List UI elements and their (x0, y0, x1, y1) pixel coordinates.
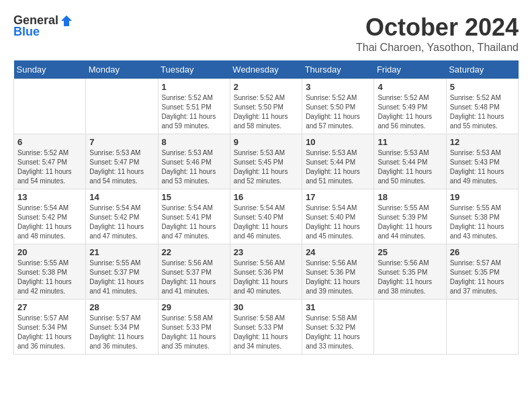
logo: General Blue (13, 13, 73, 39)
calendar-cell (446, 300, 518, 355)
day-number: 5 (450, 82, 515, 92)
calendar-cell: 31Sunrise: 5:58 AMSunset: 5:32 PMDayligh… (302, 300, 374, 355)
day-info: Sunrise: 5:55 AMSunset: 5:37 PMDaylight:… (89, 259, 154, 296)
day-info: Sunrise: 5:52 AMSunset: 5:50 PMDaylight:… (234, 93, 298, 131)
header-cell: Monday (86, 60, 158, 79)
day-number: 2 (234, 82, 298, 92)
day-number: 10 (306, 137, 370, 147)
calendar-cell: 28Sunrise: 5:57 AMSunset: 5:34 PMDayligh… (86, 300, 158, 355)
header-cell: Tuesday (158, 60, 230, 79)
day-info: Sunrise: 5:52 AMSunset: 5:51 PMDaylight:… (162, 93, 226, 131)
calendar-cell: 9Sunrise: 5:53 AMSunset: 5:45 PMDaylight… (230, 134, 302, 189)
day-number: 29 (162, 302, 226, 312)
day-info: Sunrise: 5:58 AMSunset: 5:32 PMDaylight:… (306, 314, 370, 351)
svg-marker-0 (61, 15, 72, 26)
calendar-cell: 5Sunrise: 5:52 AMSunset: 5:48 PMDaylight… (446, 79, 518, 134)
calendar-week-row: 6Sunrise: 5:52 AMSunset: 5:47 PMDaylight… (14, 134, 519, 189)
calendar-cell: 4Sunrise: 5:52 AMSunset: 5:49 PMDaylight… (374, 79, 446, 134)
calendar-cell: 19Sunrise: 5:55 AMSunset: 5:38 PMDayligh… (446, 189, 518, 244)
location-subtitle: Thai Charoen, Yasothon, Thailand (356, 42, 519, 54)
day-number: 4 (378, 82, 442, 92)
day-number: 22 (162, 247, 226, 257)
day-number: 26 (450, 247, 515, 257)
day-info: Sunrise: 5:54 AMSunset: 5:42 PMDaylight:… (17, 203, 82, 241)
day-info: Sunrise: 5:54 AMSunset: 5:41 PMDaylight:… (162, 203, 226, 241)
calendar-cell: 15Sunrise: 5:54 AMSunset: 5:41 PMDayligh… (158, 189, 230, 244)
calendar-cell: 10Sunrise: 5:53 AMSunset: 5:44 PMDayligh… (302, 134, 374, 189)
day-number: 3 (306, 82, 370, 92)
calendar-cell: 23Sunrise: 5:56 AMSunset: 5:36 PMDayligh… (230, 244, 302, 300)
calendar-cell: 26Sunrise: 5:57 AMSunset: 5:35 PMDayligh… (446, 244, 518, 300)
day-number: 1 (162, 82, 226, 92)
calendar-cell: 30Sunrise: 5:58 AMSunset: 5:33 PMDayligh… (230, 300, 302, 355)
calendar-cell (14, 79, 86, 134)
calendar-cell: 1Sunrise: 5:52 AMSunset: 5:51 PMDaylight… (158, 79, 230, 134)
day-info: Sunrise: 5:57 AMSunset: 5:34 PMDaylight:… (17, 314, 82, 351)
calendar-cell: 21Sunrise: 5:55 AMSunset: 5:37 PMDayligh… (86, 244, 158, 300)
day-info: Sunrise: 5:53 AMSunset: 5:44 PMDaylight:… (378, 148, 442, 186)
day-info: Sunrise: 5:54 AMSunset: 5:40 PMDaylight:… (234, 203, 298, 241)
calendar-cell: 12Sunrise: 5:53 AMSunset: 5:43 PMDayligh… (446, 134, 518, 189)
day-number: 7 (89, 137, 154, 147)
day-number: 21 (89, 247, 154, 257)
day-info: Sunrise: 5:56 AMSunset: 5:37 PMDaylight:… (162, 259, 226, 296)
calendar-cell (374, 300, 446, 355)
header-cell: Friday (374, 60, 446, 79)
day-info: Sunrise: 5:52 AMSunset: 5:50 PMDaylight:… (306, 93, 370, 131)
day-info: Sunrise: 5:58 AMSunset: 5:33 PMDaylight:… (162, 314, 226, 351)
day-number: 30 (234, 302, 298, 312)
day-number: 15 (162, 192, 226, 202)
title-section: October 2024 Thai Charoen, Yasothon, Tha… (356, 13, 519, 54)
calendar-cell: 17Sunrise: 5:54 AMSunset: 5:40 PMDayligh… (302, 189, 374, 244)
calendar-cell: 11Sunrise: 5:53 AMSunset: 5:44 PMDayligh… (374, 134, 446, 189)
calendar-cell: 2Sunrise: 5:52 AMSunset: 5:50 PMDaylight… (230, 79, 302, 134)
logo-icon (60, 14, 73, 28)
day-number: 19 (450, 192, 515, 202)
page-header: General Blue October 2024 Thai Charoen, … (13, 13, 519, 54)
calendar-cell (86, 79, 158, 134)
calendar-cell: 16Sunrise: 5:54 AMSunset: 5:40 PMDayligh… (230, 189, 302, 244)
day-number: 23 (234, 247, 298, 257)
day-number: 12 (450, 137, 515, 147)
day-number: 13 (17, 192, 82, 202)
day-number: 6 (17, 137, 82, 147)
day-info: Sunrise: 5:52 AMSunset: 5:49 PMDaylight:… (378, 93, 442, 131)
day-info: Sunrise: 5:55 AMSunset: 5:38 PMDaylight:… (17, 259, 82, 296)
header-cell: Sunday (14, 60, 86, 79)
day-info: Sunrise: 5:53 AMSunset: 5:43 PMDaylight:… (450, 148, 515, 186)
calendar-cell: 7Sunrise: 5:53 AMSunset: 5:47 PMDaylight… (86, 134, 158, 189)
day-info: Sunrise: 5:54 AMSunset: 5:40 PMDaylight:… (306, 203, 370, 241)
day-info: Sunrise: 5:53 AMSunset: 5:47 PMDaylight:… (89, 148, 154, 186)
day-info: Sunrise: 5:58 AMSunset: 5:33 PMDaylight:… (234, 314, 298, 351)
calendar-cell: 25Sunrise: 5:56 AMSunset: 5:35 PMDayligh… (374, 244, 446, 300)
calendar-cell: 27Sunrise: 5:57 AMSunset: 5:34 PMDayligh… (14, 300, 86, 355)
day-number: 11 (378, 137, 442, 147)
day-number: 8 (162, 137, 226, 147)
day-number: 17 (306, 192, 370, 202)
day-info: Sunrise: 5:53 AMSunset: 5:44 PMDaylight:… (306, 148, 370, 186)
calendar-week-row: 1Sunrise: 5:52 AMSunset: 5:51 PMDaylight… (14, 79, 519, 134)
calendar-cell: 8Sunrise: 5:53 AMSunset: 5:46 PMDaylight… (158, 134, 230, 189)
calendar-body: 1Sunrise: 5:52 AMSunset: 5:51 PMDaylight… (14, 79, 519, 355)
logo-blue: Blue (13, 25, 40, 39)
month-title: October 2024 (356, 13, 519, 42)
day-number: 9 (234, 137, 298, 147)
calendar-cell: 14Sunrise: 5:54 AMSunset: 5:42 PMDayligh… (86, 189, 158, 244)
calendar-week-row: 20Sunrise: 5:55 AMSunset: 5:38 PMDayligh… (14, 244, 519, 300)
day-info: Sunrise: 5:55 AMSunset: 5:38 PMDaylight:… (450, 203, 515, 241)
day-info: Sunrise: 5:56 AMSunset: 5:36 PMDaylight:… (234, 259, 298, 296)
calendar-header: SundayMondayTuesdayWednesdayThursdayFrid… (14, 60, 519, 79)
day-info: Sunrise: 5:54 AMSunset: 5:42 PMDaylight:… (89, 203, 154, 241)
day-number: 25 (378, 247, 442, 257)
calendar-week-row: 27Sunrise: 5:57 AMSunset: 5:34 PMDayligh… (14, 300, 519, 355)
calendar-cell: 3Sunrise: 5:52 AMSunset: 5:50 PMDaylight… (302, 79, 374, 134)
day-info: Sunrise: 5:56 AMSunset: 5:35 PMDaylight:… (378, 259, 442, 296)
calendar-cell: 18Sunrise: 5:55 AMSunset: 5:39 PMDayligh… (374, 189, 446, 244)
day-info: Sunrise: 5:52 AMSunset: 5:48 PMDaylight:… (450, 93, 515, 131)
day-info: Sunrise: 5:55 AMSunset: 5:39 PMDaylight:… (378, 203, 442, 241)
day-number: 24 (306, 247, 370, 257)
header-cell: Wednesday (230, 60, 302, 79)
day-number: 20 (17, 247, 82, 257)
calendar-cell: 29Sunrise: 5:58 AMSunset: 5:33 PMDayligh… (158, 300, 230, 355)
calendar-table: SundayMondayTuesdayWednesdayThursdayFrid… (13, 60, 519, 355)
